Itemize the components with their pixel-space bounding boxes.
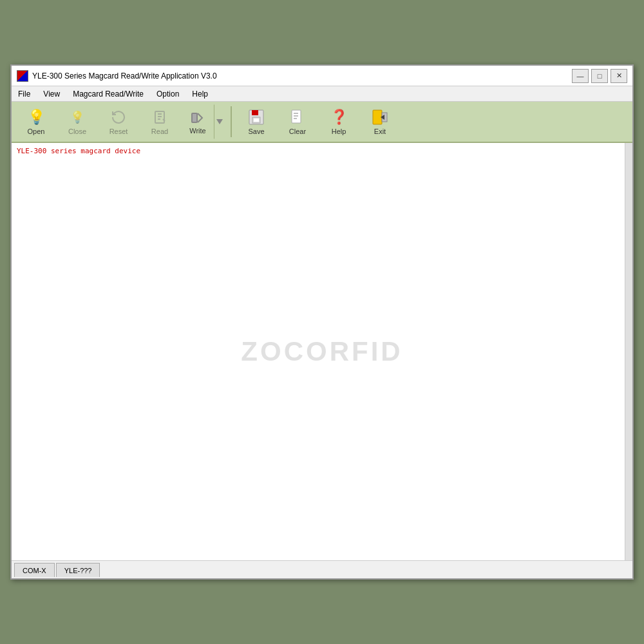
- maximize-button[interactable]: □: [591, 69, 608, 83]
- reset-button[interactable]: Reset: [99, 104, 138, 139]
- menu-option[interactable]: Option: [150, 86, 185, 101]
- open-icon: 💡: [27, 108, 45, 126]
- svg-marker-2: [216, 119, 223, 124]
- toolbar: 💡 Open 💡 Close Reset: [12, 102, 632, 143]
- clear-icon: [289, 108, 307, 126]
- minimize-button[interactable]: —: [572, 69, 589, 83]
- open-button[interactable]: 💡 Open: [17, 104, 55, 139]
- title-bar-left: YLE-300 Series Magcard Read/Write Applic…: [17, 70, 217, 82]
- save-button[interactable]: Save: [237, 104, 276, 139]
- svg-rect-7: [292, 110, 301, 123]
- exit-label: Exit: [374, 128, 386, 135]
- menu-view[interactable]: View: [37, 86, 66, 101]
- svg-rect-11: [373, 110, 382, 124]
- write-button[interactable]: Write: [182, 104, 214, 139]
- menu-magcard-readwrite[interactable]: Magcard Read/Write: [66, 86, 150, 101]
- title-bar: YLE-300 Series Magcard Read/Write Applic…: [12, 66, 632, 86]
- scrollbar-right[interactable]: [625, 143, 632, 560]
- app-icon: [17, 70, 28, 82]
- main-content-area: YLE-300 series magcard device ZOCORFID: [12, 143, 632, 560]
- menu-help[interactable]: Help: [185, 86, 214, 101]
- svg-rect-6: [254, 118, 259, 122]
- window-title: YLE-300 Series Magcard Read/Write Applic…: [32, 71, 217, 80]
- window-controls: — □ ✕: [572, 69, 627, 83]
- reset-icon: [109, 108, 128, 126]
- status-bar: COM-X YLE-???: [12, 560, 632, 578]
- help-icon: ❓: [330, 108, 348, 126]
- status-tab-yle[interactable]: YLE-???: [56, 563, 100, 577]
- clear-button[interactable]: Clear: [278, 104, 317, 139]
- status-tab-com-x[interactable]: COM-X: [14, 563, 55, 577]
- menu-bar: File View Magcard Read/Write Option Help: [12, 86, 632, 102]
- read-label: Read: [151, 128, 168, 135]
- svg-rect-1: [192, 113, 197, 122]
- reset-label: Reset: [109, 128, 128, 135]
- exit-button[interactable]: Exit: [361, 104, 399, 139]
- read-button[interactable]: Read: [140, 104, 179, 139]
- application-window: YLE-300 Series Magcard Read/Write Applic…: [10, 64, 634, 580]
- watermark-text: ZOCORFID: [241, 336, 402, 367]
- write-group: Write: [182, 104, 225, 139]
- close-button-toolbar[interactable]: 💡 Close: [58, 104, 97, 139]
- read-icon: [151, 108, 169, 126]
- help-label: Help: [332, 128, 346, 135]
- close-label: Close: [68, 128, 86, 135]
- exit-icon: [371, 108, 389, 126]
- clear-label: Clear: [289, 128, 306, 135]
- menu-file[interactable]: File: [12, 86, 37, 101]
- close-button[interactable]: ✕: [611, 69, 627, 83]
- close-icon: 💡: [68, 108, 86, 126]
- svg-rect-4: [252, 110, 258, 115]
- save-icon: [247, 108, 265, 126]
- write-icon: [189, 109, 207, 127]
- help-button[interactable]: ❓ Help: [319, 104, 358, 139]
- save-label: Save: [248, 128, 264, 135]
- status-text: YLE-300 series magcard device: [17, 147, 140, 155]
- open-label: Open: [28, 128, 45, 135]
- toolbar-separator-1: [231, 106, 232, 137]
- write-label: Write: [189, 127, 205, 135]
- write-dropdown-button[interactable]: [214, 104, 225, 139]
